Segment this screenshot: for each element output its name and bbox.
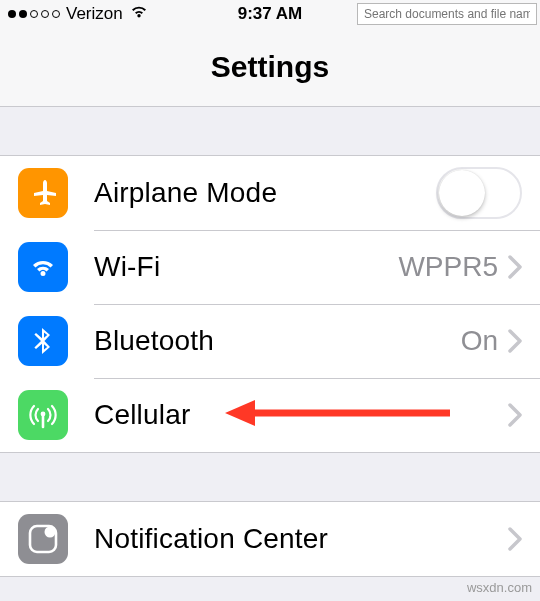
row-label: Wi-Fi [94, 251, 398, 283]
chevron-right-icon [508, 329, 522, 353]
row-label: Bluetooth [94, 325, 461, 357]
wifi-status-icon [129, 4, 149, 24]
row-label: Notification Center [94, 523, 508, 555]
row-value: On [461, 325, 498, 357]
page-title: Settings [211, 50, 329, 84]
row-cellular[interactable]: Cellular [0, 378, 540, 452]
chevron-right-icon [508, 527, 522, 551]
cellular-icon [18, 390, 68, 440]
row-bluetooth[interactable]: Bluetooth On [0, 304, 540, 378]
chevron-right-icon [508, 255, 522, 279]
airplane-mode-toggle[interactable] [436, 167, 522, 219]
signal-strength-icon [8, 10, 60, 18]
search-input[interactable] [357, 3, 537, 25]
svg-point-2 [45, 527, 56, 538]
settings-group-notifications: Notification Center [0, 501, 540, 577]
row-notification-center[interactable]: Notification Center [0, 502, 540, 576]
chevron-right-icon [508, 403, 522, 427]
navigation-bar: Settings [0, 28, 540, 107]
row-wifi[interactable]: Wi-Fi WPPR5 [0, 230, 540, 304]
row-label: Airplane Mode [94, 177, 436, 209]
notification-center-icon [18, 514, 68, 564]
settings-group-connectivity: Airplane Mode Wi-Fi WPPR5 Bluetooth On [0, 155, 540, 453]
airplane-icon [18, 168, 68, 218]
bluetooth-icon [18, 316, 68, 366]
row-value: WPPR5 [398, 251, 498, 283]
watermark: wsxdn.com [467, 580, 532, 595]
row-label: Cellular [94, 399, 508, 431]
carrier-label: Verizon [66, 4, 123, 24]
status-time: 9:37 AM [238, 4, 303, 24]
row-airplane-mode: Airplane Mode [0, 156, 540, 230]
wifi-icon [18, 242, 68, 292]
